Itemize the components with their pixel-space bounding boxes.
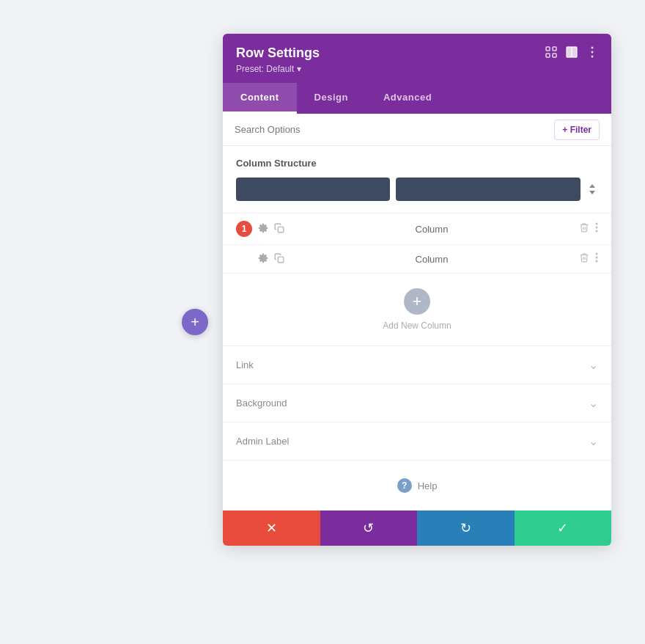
column-structure-section: Column Structure <box>223 146 611 213</box>
background-label: Background <box>236 398 287 409</box>
svg-point-7 <box>591 51 594 53</box>
table-row: Column <box>223 245 611 273</box>
help-icon[interactable]: ? <box>397 478 412 493</box>
settings-icon[interactable] <box>258 223 268 235</box>
row-settings-panel: Row Settings <box>223 34 611 546</box>
add-column-button[interactable]: + <box>404 288 430 315</box>
svg-point-15 <box>596 257 598 259</box>
column-action-icons <box>258 223 284 235</box>
svg-point-14 <box>596 253 598 255</box>
column-arrows[interactable] <box>586 183 598 196</box>
save-button[interactable]: ✓ <box>515 511 612 546</box>
panel-header: Row Settings <box>223 34 611 83</box>
tab-design[interactable]: Design <box>297 83 366 114</box>
column-bar-2 <box>396 178 580 201</box>
tab-advanced[interactable]: Advanced <box>366 83 449 114</box>
column-action-icons-2 <box>258 253 284 266</box>
svg-point-16 <box>596 260 598 263</box>
undo-button[interactable]: ↺ <box>320 511 418 546</box>
delete-icon-2[interactable] <box>579 252 589 266</box>
settings-icon-2[interactable] <box>258 253 268 266</box>
background-chevron-icon: ⌄ <box>589 396 598 410</box>
delete-icon[interactable] <box>579 222 589 235</box>
search-bar: + Filter <box>223 114 611 146</box>
svg-point-11 <box>596 227 598 229</box>
svg-rect-1 <box>553 47 556 51</box>
column-right-icons <box>579 222 598 235</box>
background-section[interactable]: Background ⌄ <box>223 384 611 422</box>
column-label-2: Column <box>284 254 579 265</box>
more-icon-2[interactable] <box>595 252 598 266</box>
svg-rect-13 <box>278 257 284 263</box>
more-options-icon[interactable] <box>586 46 598 61</box>
svg-rect-3 <box>553 54 556 57</box>
panel-preset[interactable]: Preset: Default ▾ <box>236 64 598 74</box>
add-section-button[interactable]: + <box>182 309 208 335</box>
column-rows: 1 <box>223 213 611 274</box>
column-bar-1 <box>236 178 390 201</box>
column-right-icons-2 <box>579 252 598 266</box>
add-column-label: Add New Column <box>383 321 451 331</box>
admin-label-label: Admin Label <box>236 436 289 447</box>
panel-content: + Filter Column Structure <box>223 114 611 511</box>
search-input[interactable] <box>235 114 554 145</box>
panel-tabs: Content Design Advanced <box>223 83 611 114</box>
column-structure-row <box>236 178 598 201</box>
panel-header-top: Row Settings <box>236 45 598 61</box>
layout-icon[interactable] <box>566 46 578 61</box>
link-chevron-icon: ⌄ <box>589 358 598 372</box>
duplicate-icon-2[interactable] <box>274 253 284 266</box>
svg-point-8 <box>591 55 594 57</box>
svg-point-10 <box>596 223 598 225</box>
duplicate-icon[interactable] <box>274 223 284 235</box>
cancel-button[interactable]: ✕ <box>223 511 320 546</box>
link-label: Link <box>236 359 254 370</box>
page-wrapper: + Row Settings <box>0 0 645 644</box>
admin-label-section[interactable]: Admin Label ⌄ <box>223 422 611 461</box>
table-row: 1 <box>223 213 611 245</box>
column-structure-title: Column Structure <box>236 158 598 169</box>
redo-button[interactable]: ↻ <box>417 511 515 546</box>
help-label: Help <box>418 480 438 491</box>
admin-label-chevron-icon: ⌄ <box>589 434 598 448</box>
svg-rect-0 <box>546 47 550 51</box>
expand-icon[interactable] <box>545 46 557 61</box>
link-section[interactable]: Link ⌄ <box>223 346 611 384</box>
panel-footer: ✕ ↺ ↻ ✓ <box>223 511 611 546</box>
panel-header-icons <box>545 46 598 61</box>
more-icon[interactable] <box>595 222 598 235</box>
svg-rect-2 <box>546 54 550 57</box>
svg-point-12 <box>596 230 598 233</box>
filter-button[interactable]: + Filter <box>554 120 600 140</box>
tab-content[interactable]: Content <box>223 83 297 114</box>
help-area: ? Help <box>223 461 611 511</box>
panel-title: Row Settings <box>236 45 320 61</box>
column-label: Column <box>284 224 579 235</box>
column-number-badge: 1 <box>236 221 252 237</box>
add-column-area: + Add New Column <box>223 274 611 346</box>
svg-point-6 <box>591 46 594 48</box>
svg-rect-9 <box>278 227 284 233</box>
